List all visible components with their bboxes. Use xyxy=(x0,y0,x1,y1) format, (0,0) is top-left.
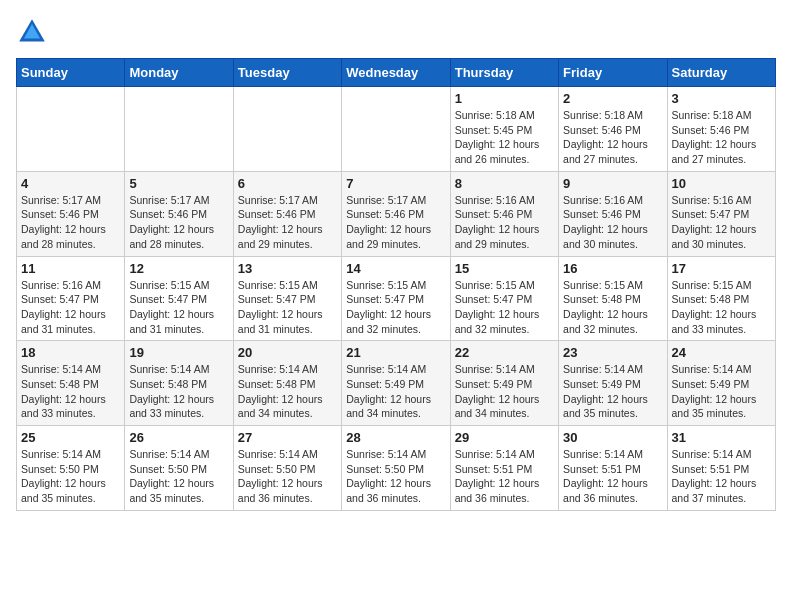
day-info: Sunrise: 5:14 AM Sunset: 5:51 PM Dayligh… xyxy=(672,447,771,506)
day-number: 12 xyxy=(129,261,228,276)
day-number: 4 xyxy=(21,176,120,191)
calendar-cell: 6Sunrise: 5:17 AM Sunset: 5:46 PM Daylig… xyxy=(233,171,341,256)
calendar-cell: 16Sunrise: 5:15 AM Sunset: 5:48 PM Dayli… xyxy=(559,256,667,341)
day-number: 25 xyxy=(21,430,120,445)
calendar-cell: 29Sunrise: 5:14 AM Sunset: 5:51 PM Dayli… xyxy=(450,426,558,511)
day-info: Sunrise: 5:16 AM Sunset: 5:47 PM Dayligh… xyxy=(21,278,120,337)
day-info: Sunrise: 5:14 AM Sunset: 5:49 PM Dayligh… xyxy=(563,362,662,421)
day-info: Sunrise: 5:14 AM Sunset: 5:49 PM Dayligh… xyxy=(672,362,771,421)
day-number: 18 xyxy=(21,345,120,360)
calendar-cell: 14Sunrise: 5:15 AM Sunset: 5:47 PM Dayli… xyxy=(342,256,450,341)
day-info: Sunrise: 5:15 AM Sunset: 5:48 PM Dayligh… xyxy=(672,278,771,337)
calendar-cell: 28Sunrise: 5:14 AM Sunset: 5:50 PM Dayli… xyxy=(342,426,450,511)
day-info: Sunrise: 5:17 AM Sunset: 5:46 PM Dayligh… xyxy=(129,193,228,252)
calendar-cell: 26Sunrise: 5:14 AM Sunset: 5:50 PM Dayli… xyxy=(125,426,233,511)
day-number: 20 xyxy=(238,345,337,360)
day-number: 19 xyxy=(129,345,228,360)
page-header xyxy=(16,16,776,48)
calendar-cell: 8Sunrise: 5:16 AM Sunset: 5:46 PM Daylig… xyxy=(450,171,558,256)
day-number: 16 xyxy=(563,261,662,276)
calendar-cell xyxy=(125,87,233,172)
calendar-cell xyxy=(17,87,125,172)
day-header: Thursday xyxy=(450,59,558,87)
day-info: Sunrise: 5:14 AM Sunset: 5:48 PM Dayligh… xyxy=(21,362,120,421)
day-info: Sunrise: 5:16 AM Sunset: 5:46 PM Dayligh… xyxy=(563,193,662,252)
day-header: Monday xyxy=(125,59,233,87)
day-number: 29 xyxy=(455,430,554,445)
calendar-week-row: 25Sunrise: 5:14 AM Sunset: 5:50 PM Dayli… xyxy=(17,426,776,511)
day-number: 22 xyxy=(455,345,554,360)
day-info: Sunrise: 5:14 AM Sunset: 5:48 PM Dayligh… xyxy=(238,362,337,421)
calendar-cell: 12Sunrise: 5:15 AM Sunset: 5:47 PM Dayli… xyxy=(125,256,233,341)
day-info: Sunrise: 5:14 AM Sunset: 5:49 PM Dayligh… xyxy=(455,362,554,421)
logo xyxy=(16,16,50,48)
day-info: Sunrise: 5:14 AM Sunset: 5:50 PM Dayligh… xyxy=(129,447,228,506)
calendar-cell: 25Sunrise: 5:14 AM Sunset: 5:50 PM Dayli… xyxy=(17,426,125,511)
day-number: 1 xyxy=(455,91,554,106)
day-info: Sunrise: 5:16 AM Sunset: 5:46 PM Dayligh… xyxy=(455,193,554,252)
calendar-cell: 15Sunrise: 5:15 AM Sunset: 5:47 PM Dayli… xyxy=(450,256,558,341)
day-number: 3 xyxy=(672,91,771,106)
day-info: Sunrise: 5:16 AM Sunset: 5:47 PM Dayligh… xyxy=(672,193,771,252)
calendar-table: SundayMondayTuesdayWednesdayThursdayFrid… xyxy=(16,58,776,511)
calendar-cell: 3Sunrise: 5:18 AM Sunset: 5:46 PM Daylig… xyxy=(667,87,775,172)
calendar-cell: 27Sunrise: 5:14 AM Sunset: 5:50 PM Dayli… xyxy=(233,426,341,511)
calendar-cell: 9Sunrise: 5:16 AM Sunset: 5:46 PM Daylig… xyxy=(559,171,667,256)
day-header: Friday xyxy=(559,59,667,87)
calendar-cell: 2Sunrise: 5:18 AM Sunset: 5:46 PM Daylig… xyxy=(559,87,667,172)
day-number: 21 xyxy=(346,345,445,360)
calendar-cell: 22Sunrise: 5:14 AM Sunset: 5:49 PM Dayli… xyxy=(450,341,558,426)
day-number: 10 xyxy=(672,176,771,191)
calendar-cell: 24Sunrise: 5:14 AM Sunset: 5:49 PM Dayli… xyxy=(667,341,775,426)
day-info: Sunrise: 5:17 AM Sunset: 5:46 PM Dayligh… xyxy=(21,193,120,252)
day-header: Wednesday xyxy=(342,59,450,87)
day-number: 13 xyxy=(238,261,337,276)
calendar-cell: 23Sunrise: 5:14 AM Sunset: 5:49 PM Dayli… xyxy=(559,341,667,426)
day-number: 5 xyxy=(129,176,228,191)
day-info: Sunrise: 5:14 AM Sunset: 5:51 PM Dayligh… xyxy=(563,447,662,506)
day-number: 7 xyxy=(346,176,445,191)
calendar-cell: 20Sunrise: 5:14 AM Sunset: 5:48 PM Dayli… xyxy=(233,341,341,426)
day-number: 14 xyxy=(346,261,445,276)
day-info: Sunrise: 5:15 AM Sunset: 5:48 PM Dayligh… xyxy=(563,278,662,337)
day-info: Sunrise: 5:14 AM Sunset: 5:49 PM Dayligh… xyxy=(346,362,445,421)
day-info: Sunrise: 5:14 AM Sunset: 5:48 PM Dayligh… xyxy=(129,362,228,421)
calendar-cell: 11Sunrise: 5:16 AM Sunset: 5:47 PM Dayli… xyxy=(17,256,125,341)
day-info: Sunrise: 5:18 AM Sunset: 5:46 PM Dayligh… xyxy=(672,108,771,167)
day-number: 24 xyxy=(672,345,771,360)
day-info: Sunrise: 5:15 AM Sunset: 5:47 PM Dayligh… xyxy=(238,278,337,337)
calendar-cell: 31Sunrise: 5:14 AM Sunset: 5:51 PM Dayli… xyxy=(667,426,775,511)
calendar-cell: 21Sunrise: 5:14 AM Sunset: 5:49 PM Dayli… xyxy=(342,341,450,426)
calendar-cell: 4Sunrise: 5:17 AM Sunset: 5:46 PM Daylig… xyxy=(17,171,125,256)
logo-icon xyxy=(16,16,48,48)
day-info: Sunrise: 5:18 AM Sunset: 5:45 PM Dayligh… xyxy=(455,108,554,167)
day-number: 27 xyxy=(238,430,337,445)
calendar-cell xyxy=(342,87,450,172)
calendar-cell: 10Sunrise: 5:16 AM Sunset: 5:47 PM Dayli… xyxy=(667,171,775,256)
day-info: Sunrise: 5:14 AM Sunset: 5:51 PM Dayligh… xyxy=(455,447,554,506)
day-info: Sunrise: 5:15 AM Sunset: 5:47 PM Dayligh… xyxy=(129,278,228,337)
calendar-cell xyxy=(233,87,341,172)
day-number: 6 xyxy=(238,176,337,191)
day-number: 8 xyxy=(455,176,554,191)
day-info: Sunrise: 5:17 AM Sunset: 5:46 PM Dayligh… xyxy=(346,193,445,252)
day-number: 17 xyxy=(672,261,771,276)
calendar-cell: 17Sunrise: 5:15 AM Sunset: 5:48 PM Dayli… xyxy=(667,256,775,341)
calendar-week-row: 1Sunrise: 5:18 AM Sunset: 5:45 PM Daylig… xyxy=(17,87,776,172)
day-info: Sunrise: 5:18 AM Sunset: 5:46 PM Dayligh… xyxy=(563,108,662,167)
day-info: Sunrise: 5:14 AM Sunset: 5:50 PM Dayligh… xyxy=(238,447,337,506)
calendar-week-row: 11Sunrise: 5:16 AM Sunset: 5:47 PM Dayli… xyxy=(17,256,776,341)
day-number: 28 xyxy=(346,430,445,445)
day-number: 31 xyxy=(672,430,771,445)
calendar-cell: 1Sunrise: 5:18 AM Sunset: 5:45 PM Daylig… xyxy=(450,87,558,172)
calendar-cell: 7Sunrise: 5:17 AM Sunset: 5:46 PM Daylig… xyxy=(342,171,450,256)
calendar-cell: 13Sunrise: 5:15 AM Sunset: 5:47 PM Dayli… xyxy=(233,256,341,341)
day-number: 2 xyxy=(563,91,662,106)
calendar-week-row: 4Sunrise: 5:17 AM Sunset: 5:46 PM Daylig… xyxy=(17,171,776,256)
day-header: Sunday xyxy=(17,59,125,87)
day-header: Tuesday xyxy=(233,59,341,87)
day-number: 15 xyxy=(455,261,554,276)
day-number: 30 xyxy=(563,430,662,445)
calendar-cell: 19Sunrise: 5:14 AM Sunset: 5:48 PM Dayli… xyxy=(125,341,233,426)
day-info: Sunrise: 5:17 AM Sunset: 5:46 PM Dayligh… xyxy=(238,193,337,252)
